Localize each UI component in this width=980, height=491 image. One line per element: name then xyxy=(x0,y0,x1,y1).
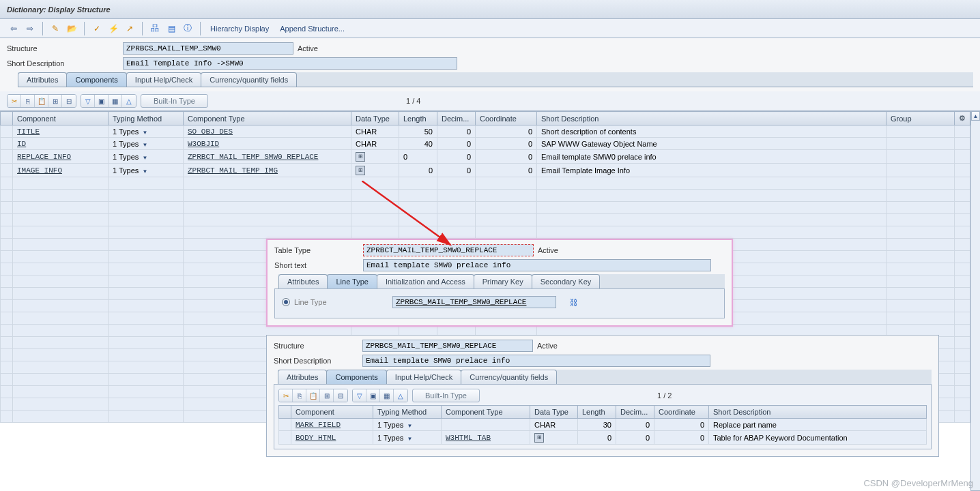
empty-cell[interactable] xyxy=(1,361,13,374)
dropdown-icon[interactable]: ▼ xyxy=(141,142,147,148)
empty-cell[interactable] xyxy=(399,202,437,214)
empty-cell[interactable] xyxy=(955,263,970,276)
empty-cell[interactable] xyxy=(1,300,13,312)
empty-cell[interactable] xyxy=(476,214,537,226)
col-group[interactable]: Group xyxy=(887,112,955,125)
paste-icon[interactable]: 📋 xyxy=(35,95,48,107)
empty-cell[interactable] xyxy=(109,312,184,325)
empty-cell[interactable] xyxy=(887,288,955,300)
table-row[interactable] xyxy=(1,177,970,190)
empty-cell[interactable] xyxy=(1,226,13,239)
deselect-icon[interactable]: △ xyxy=(122,95,136,107)
empty-cell[interactable] xyxy=(537,202,887,214)
cell-component[interactable]: ID xyxy=(13,138,109,150)
empty-cell[interactable] xyxy=(887,263,955,276)
cell-coord[interactable]: 0 xyxy=(654,419,709,431)
empty-cell[interactable] xyxy=(955,177,970,190)
table-icon[interactable]: ▤ xyxy=(164,22,178,35)
tabletype-input[interactable] xyxy=(363,244,534,256)
cell-comptype[interactable]: W3HTML TAB xyxy=(442,431,530,445)
empty-cell[interactable] xyxy=(184,226,351,239)
p1-tab-init[interactable]: Initialization and Access xyxy=(377,274,474,288)
col-coord[interactable]: Coordinate xyxy=(476,112,537,125)
empty-cell[interactable] xyxy=(109,288,184,300)
back-icon[interactable]: ⇦ xyxy=(7,22,20,35)
p2-shortdesc-input[interactable] xyxy=(362,355,710,367)
row-selector[interactable] xyxy=(1,138,13,150)
vertical-scrollbar[interactable]: ▲ ▼ xyxy=(970,111,980,491)
collapse-icon[interactable]: ▣ xyxy=(95,95,109,107)
empty-cell[interactable] xyxy=(13,263,109,276)
empty-cell[interactable] xyxy=(13,300,109,312)
empty-cell[interactable] xyxy=(437,226,476,239)
p2-tab-attributes[interactable]: Attributes xyxy=(278,370,327,384)
empty-cell[interactable] xyxy=(1,263,13,276)
cell-decim[interactable]: 0 xyxy=(616,419,654,431)
table-row[interactable] xyxy=(1,202,970,214)
empty-cell[interactable] xyxy=(351,214,399,226)
empty-cell[interactable] xyxy=(13,276,109,288)
empty-cell[interactable] xyxy=(1,251,13,263)
empty-cell[interactable] xyxy=(955,300,970,312)
hierarchy-icon[interactable]: 品 xyxy=(148,22,162,35)
cell-typing[interactable]: 1 Types ▼ xyxy=(109,125,184,138)
empty-cell[interactable] xyxy=(13,288,109,300)
other-object-icon[interactable]: 📂 xyxy=(65,22,78,35)
dropdown-icon[interactable]: ▼ xyxy=(141,130,147,136)
empty-cell[interactable] xyxy=(351,177,399,190)
cell-decim[interactable]: 0 xyxy=(437,138,476,150)
empty-cell[interactable] xyxy=(887,300,955,312)
p2-col-coord[interactable]: Coordinate xyxy=(654,406,709,419)
cell-typing[interactable]: 1 Types ▼ xyxy=(109,138,184,150)
empty-cell[interactable] xyxy=(476,177,537,190)
empty-cell[interactable] xyxy=(955,386,970,398)
empty-cell[interactable] xyxy=(476,190,537,202)
empty-cell[interactable] xyxy=(887,177,955,190)
empty-cell[interactable] xyxy=(537,190,887,202)
table-row[interactable]: REPLACE INFO1 Types ▼ZPRBCT MAIL TEMP SM… xyxy=(1,150,970,164)
empty-cell[interactable] xyxy=(399,177,437,190)
cell-component[interactable]: TITLE xyxy=(13,125,109,138)
empty-cell[interactable] xyxy=(184,177,351,190)
empty-cell[interactable] xyxy=(109,177,184,190)
empty-cell[interactable] xyxy=(13,239,109,251)
cell-group[interactable] xyxy=(887,150,955,164)
cell-typing[interactable]: 1 Types ▼ xyxy=(373,431,442,445)
p1-tab-primary[interactable]: Primary Key xyxy=(474,274,532,288)
expand-icon[interactable]: ▽ xyxy=(81,95,95,107)
p2-collapse-icon[interactable]: ▣ xyxy=(366,389,380,402)
empty-cell[interactable] xyxy=(1,202,13,214)
cut-icon[interactable]: ✂ xyxy=(8,95,21,107)
tab-attributes[interactable]: Attributes xyxy=(18,72,67,87)
cell-decim[interactable]: 0 xyxy=(616,431,654,445)
cell-component[interactable]: MARK FIELD xyxy=(291,419,373,431)
cell-comptype[interactable] xyxy=(442,419,530,431)
cell-coord[interactable]: 0 xyxy=(476,150,537,164)
p1-tab-linetype[interactable]: Line Type xyxy=(327,274,377,288)
empty-cell[interactable] xyxy=(887,202,955,214)
col-typing[interactable]: Typing Method xyxy=(109,112,184,125)
table-type-icon[interactable]: ⊞ xyxy=(356,152,365,162)
cell-group[interactable] xyxy=(887,164,955,177)
empty-cell[interactable] xyxy=(537,214,887,226)
cell-typing[interactable]: 1 Types ▼ xyxy=(373,419,442,431)
empty-cell[interactable] xyxy=(109,226,184,239)
p2-builtin-button[interactable]: Built-In Type xyxy=(412,389,480,402)
structure-input[interactable] xyxy=(123,42,293,55)
row-selector[interactable] xyxy=(1,164,13,177)
cell-decim[interactable]: 0 xyxy=(437,125,476,138)
p2-col-datatype[interactable]: Data Type xyxy=(530,406,578,419)
empty-cell[interactable] xyxy=(399,226,437,239)
empty-cell[interactable] xyxy=(1,398,13,411)
empty-cell[interactable] xyxy=(955,276,970,288)
empty-cell[interactable] xyxy=(1,276,13,288)
empty-cell[interactable] xyxy=(351,226,399,239)
col-comptype[interactable]: Component Type xyxy=(184,112,351,125)
cell-length[interactable]: 40 xyxy=(399,138,437,150)
empty-cell[interactable] xyxy=(437,190,476,202)
col-rowsel[interactable] xyxy=(1,112,13,125)
table-row[interactable] xyxy=(1,226,970,239)
scroll-up-icon[interactable]: ▲ xyxy=(971,111,980,121)
empty-cell[interactable] xyxy=(13,337,109,349)
cell-length[interactable]: 0 xyxy=(578,431,616,445)
